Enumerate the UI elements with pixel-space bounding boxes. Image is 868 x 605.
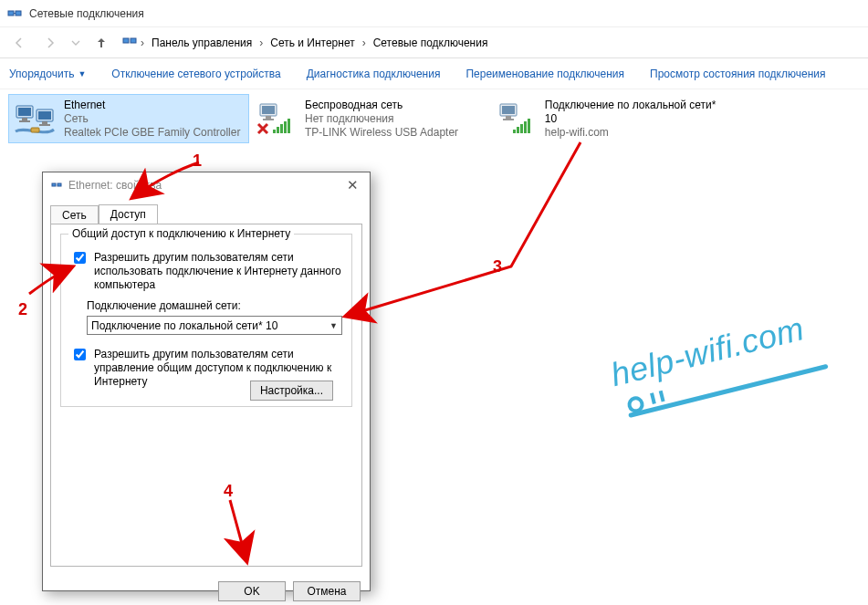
tab-network[interactable]: Сеть (50, 205, 99, 224)
dialog-icon (50, 178, 63, 193)
breadcrumb-item[interactable]: Сетевые подключения (370, 37, 492, 49)
diagnose-button[interactable]: Диагностика подключения (307, 68, 441, 80)
svg-rect-10 (42, 121, 47, 124)
view-status-button[interactable]: Просмотр состояния подключения (650, 68, 825, 80)
allow-control-checkbox[interactable] (74, 349, 86, 360)
svg-rect-18 (277, 127, 279, 133)
annotation-number-2: 2 (18, 300, 27, 319)
svg-rect-12 (31, 128, 39, 132)
svg-rect-2 (123, 38, 129, 43)
home-net-value: Подключение по локальной сети* 10 (91, 319, 277, 332)
organize-menu[interactable]: Упорядочить ▼ (9, 68, 86, 80)
connection-device: TP-LINK Wireless USB Adapter (305, 126, 458, 140)
address-bar: › Панель управления › Сеть и Интернет › … (0, 27, 868, 58)
group-legend: Общий доступ к подключению к Интернету (68, 227, 294, 240)
nav-up-button[interactable] (88, 30, 115, 56)
svg-rect-30 (528, 119, 530, 133)
ok-button[interactable]: OK (218, 581, 286, 601)
allow-share-checkbox[interactable] (74, 252, 86, 264)
svg-rect-19 (280, 124, 283, 133)
svg-rect-14 (262, 106, 275, 114)
connection-device: Realtek PCIe GBE Family Controller (64, 126, 240, 140)
svg-rect-34 (650, 392, 656, 404)
allow-share-label: Разрешить другим пользователям сети испо… (94, 251, 342, 292)
svg-rect-1 (16, 11, 21, 16)
home-net-select[interactable]: Подключение по локальной сети* 10 ▼ (87, 316, 342, 335)
svg-rect-9 (38, 111, 51, 120)
svg-rect-32 (58, 183, 61, 186)
dialog-footer: OK Отмена (43, 574, 370, 605)
tab-panel-sharing: Общий доступ к подключению к Интернету Р… (50, 224, 362, 567)
svg-rect-0 (8, 11, 14, 16)
close-icon[interactable]: ✕ (343, 177, 362, 193)
svg-rect-29 (524, 121, 527, 133)
tab-sharing[interactable]: Доступ (99, 204, 158, 224)
properties-dialog: Ethernet: свойства ✕ Сеть Доступ Общий д… (42, 172, 371, 591)
svg-rect-28 (520, 124, 523, 133)
chevron-right-icon: › (141, 37, 144, 49)
disable-device-button[interactable]: Отключение сетевого устройства (111, 68, 280, 80)
svg-rect-16 (263, 119, 274, 120)
svg-rect-27 (517, 127, 519, 133)
home-net-label: Подключение домашней сети: (87, 299, 342, 312)
cancel-button[interactable]: Отмена (293, 581, 361, 601)
svg-point-33 (628, 397, 643, 412)
svg-rect-24 (506, 116, 511, 119)
window-icon (7, 6, 22, 21)
nav-back-button[interactable] (5, 30, 33, 56)
titlebar: Сетевые подключения (0, 0, 868, 27)
svg-rect-5 (18, 108, 31, 116)
svg-rect-31 (52, 183, 56, 186)
nav-forward-button[interactable] (37, 30, 64, 56)
annotation-number-1: 1 (193, 151, 202, 171)
connection-name: Беспроводная сеть (305, 99, 458, 112)
chevron-down-icon: ▼ (78, 69, 86, 78)
settings-button[interactable]: Настройка... (250, 381, 333, 401)
svg-rect-15 (266, 116, 271, 119)
svg-rect-25 (503, 119, 514, 120)
svg-rect-21 (288, 119, 290, 133)
svg-rect-17 (273, 130, 276, 133)
connection-item-ethernet[interactable]: Ethernet Сеть Realtek PCIe GBE Family Co… (9, 95, 248, 142)
svg-rect-20 (284, 121, 287, 133)
connection-item-wireless[interactable]: Беспроводная сеть Нет подключения TP-LIN… (250, 95, 489, 142)
svg-rect-3 (131, 38, 136, 43)
folder-icon (122, 34, 137, 51)
dialog-titlebar[interactable]: Ethernet: свойства ✕ (43, 172, 370, 198)
annotation-number-4: 4 (224, 482, 233, 501)
wifi-on-icon (495, 99, 538, 139)
chevron-right-icon: › (259, 37, 263, 49)
rename-button[interactable]: Переименование подключения (465, 68, 624, 80)
svg-rect-11 (39, 124, 50, 126)
ics-groupbox: Общий доступ к подключению к Интернету Р… (60, 234, 352, 407)
ethernet-icon (13, 99, 57, 139)
svg-rect-7 (19, 120, 30, 122)
connection-name: Подключение по локальной сети* 10 (545, 99, 727, 126)
organize-label: Упорядочить (9, 68, 74, 80)
window-title: Сетевые подключения (29, 7, 144, 20)
chevron-right-icon: › (362, 37, 366, 49)
allow-share-checkbox-row[interactable]: Разрешить другим пользователям сети испо… (70, 251, 342, 292)
chevron-down-icon: ▼ (329, 321, 338, 330)
dialog-title: Ethernet: свойства (68, 179, 162, 192)
connection-status: help-wifi.com (545, 126, 727, 140)
nav-recent-button[interactable] (68, 30, 84, 56)
connection-status: Нет подключения (305, 112, 458, 126)
connection-status: Сеть (64, 112, 240, 126)
breadcrumb-item[interactable]: Панель управления (148, 37, 256, 49)
connection-item-lan10[interactable]: Подключение по локальной сети* 10 help-w… (491, 95, 730, 142)
annotation-number-3: 3 (493, 257, 502, 276)
connection-name: Ethernet (64, 99, 240, 112)
svg-rect-23 (502, 106, 515, 114)
svg-rect-35 (659, 391, 665, 402)
svg-rect-6 (22, 118, 27, 120)
wifi-off-icon (254, 99, 298, 139)
breadcrumb[interactable]: › Панель управления › Сеть и Интернет › … (119, 31, 495, 55)
command-bar: Упорядочить ▼ Отключение сетевого устрой… (0, 58, 868, 89)
tabs: Сеть Доступ (50, 202, 362, 224)
breadcrumb-item[interactable]: Сеть и Интернет (267, 37, 358, 49)
svg-rect-26 (513, 130, 516, 133)
